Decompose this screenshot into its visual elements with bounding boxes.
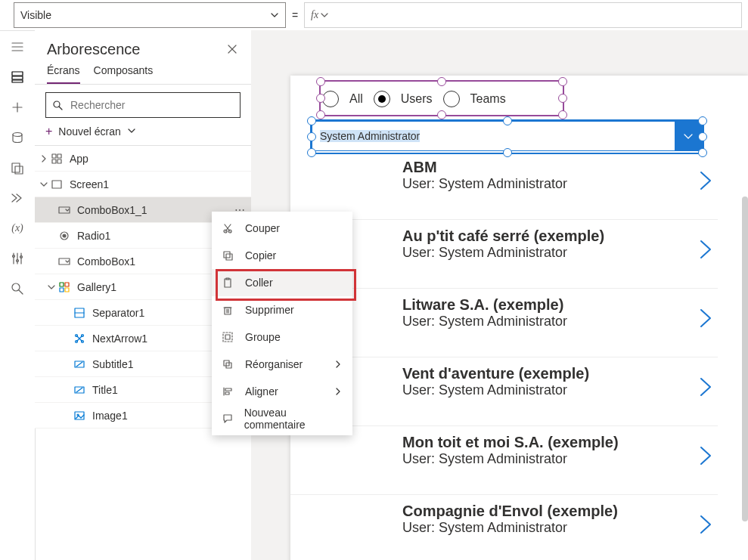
ctx-align[interactable]: Aligner [212, 378, 352, 405]
ctx-group[interactable]: Groupe [212, 323, 352, 351]
media-icon[interactable] [10, 160, 25, 175]
svg-line-52 [225, 224, 231, 231]
chevron-right-icon[interactable] [698, 444, 715, 469]
combobox-icon [57, 206, 71, 215]
ctx-reorder[interactable]: Réorganiser [212, 351, 352, 378]
svg-rect-23 [52, 154, 56, 158]
gallery-item-title: Vent d'aventure (exemple) [402, 365, 684, 382]
gallery[interactable]: ABM User: System Administrator Au p'tit … [290, 151, 718, 560]
svg-rect-27 [52, 181, 61, 188]
ctx-label: Réorganiser [245, 358, 303, 370]
chevron-down-icon [127, 125, 136, 138]
formula-input[interactable]: fx [304, 2, 742, 28]
svg-rect-5 [12, 80, 23, 82]
gallery-item[interactable]: Litware S.A. (exemple) User: System Admi… [290, 289, 718, 357]
tab-screens[interactable]: Écrans [47, 64, 80, 84]
tree-item-label: ComboBox1 [77, 255, 135, 268]
label-icon [73, 385, 86, 395]
gallery-item-title: Mon toit et moi S.A. (exemple) [402, 434, 684, 451]
chevron-right-icon [334, 385, 342, 398]
svg-rect-67 [225, 388, 231, 391]
chevron-right-icon[interactable] [698, 376, 715, 401]
context-menu: Couper Copier Coller Supprimer Groupe Ré… [212, 212, 352, 435]
svg-rect-24 [57, 154, 61, 158]
data-icon[interactable] [10, 130, 25, 145]
left-rail: (x) [0, 30, 36, 560]
tree-item-label: Title1 [92, 384, 118, 396]
gallery-item-title: ABM [402, 159, 684, 176]
cut-icon [222, 222, 234, 234]
reorder-icon [222, 358, 234, 370]
tree-search-input[interactable] [69, 98, 234, 112]
gallery-item[interactable]: ABM User: System Administrator [290, 151, 718, 220]
svg-rect-54 [224, 252, 230, 258]
screen-icon [50, 179, 64, 190]
radio-teams[interactable] [443, 91, 460, 107]
copy-icon [222, 249, 234, 261]
gallery-item-title: Au p'tit café serré (exemple) [402, 227, 684, 245]
label-icon [73, 359, 86, 370]
tree-item-label: App [70, 153, 88, 165]
ctx-paste[interactable]: Coller [212, 269, 352, 296]
chevron-right-icon[interactable] [698, 307, 715, 332]
chevron-right-icon[interactable] [38, 155, 50, 162]
combobox-toggle[interactable] [675, 122, 702, 150]
gallery-item-subtitle: User: System Administrator [402, 245, 684, 261]
new-screen-button[interactable]: + Nouvel écran [35, 118, 251, 146]
arrow-icon [73, 333, 86, 344]
property-dropdown[interactable]: Visible [14, 2, 286, 28]
svg-line-47 [76, 388, 82, 392]
formula-bar: Visible = fx [0, 0, 748, 31]
chevron-right-icon[interactable] [698, 513, 715, 538]
gallery-item[interactable]: Compagnie d'Envol (exemple) User: System… [290, 495, 718, 560]
close-icon[interactable] [227, 44, 239, 56]
settings-icon[interactable] [10, 251, 25, 266]
gallery-item[interactable]: Vent d'aventure (exemple) User: System A… [290, 357, 718, 426]
chevron-down-icon[interactable] [38, 181, 50, 188]
gallery-item[interactable]: Au p'tit café serré (exemple) User: Syst… [290, 220, 718, 289]
power-automate-icon[interactable] [10, 190, 25, 206]
svg-rect-55 [226, 254, 232, 260]
gallery-item[interactable]: Mon toit et moi S.A. (exemple) User: Sys… [290, 426, 718, 495]
tree-view-icon[interactable] [10, 70, 25, 85]
group-icon [222, 331, 234, 343]
ctx-copy[interactable]: Copier [212, 242, 352, 269]
radio-all[interactable] [322, 91, 339, 107]
ctx-delete[interactable]: Supprimer [212, 296, 352, 323]
tree-search[interactable] [45, 92, 241, 118]
combobox[interactable]: System Administrator [312, 121, 703, 151]
tree-screen1[interactable]: Screen1 [35, 172, 251, 197]
search-icon[interactable] [10, 281, 25, 296]
comment-icon [222, 413, 234, 425]
tree-app[interactable]: App [35, 146, 251, 172]
gallery-item-title: Compagnie d'Envol (exemple) [402, 503, 684, 520]
chevron-right-icon[interactable] [698, 238, 715, 263]
chevron-right-icon [334, 358, 342, 370]
chevron-down-icon [270, 10, 279, 22]
gallery-item-subtitle: User: System Administrator [402, 314, 684, 330]
svg-line-45 [76, 362, 82, 367]
svg-point-30 [63, 234, 66, 237]
ctx-label: Coller [245, 277, 273, 289]
ctx-cut[interactable]: Couper [212, 215, 352, 242]
scrollbar[interactable] [742, 196, 748, 521]
chevron-right-icon[interactable] [698, 169, 715, 194]
gallery-icon [57, 282, 71, 292]
svg-line-18 [19, 290, 23, 294]
svg-rect-62 [223, 333, 232, 342]
radio-users[interactable] [374, 91, 390, 107]
tree-item-label: Subtitle1 [92, 358, 133, 370]
radio-group[interactable]: All Users Teams [322, 85, 557, 113]
hamburger-icon[interactable] [10, 39, 25, 54]
tree-item-label: ComboBox1_1 [77, 204, 147, 216]
svg-rect-35 [65, 288, 69, 292]
equals-label: = [286, 9, 304, 21]
variables-icon[interactable]: (x) [10, 221, 25, 236]
chevron-down-icon[interactable] [45, 283, 57, 291]
radio-icon [57, 230, 71, 241]
ctx-comment[interactable]: Nouveau commentaire [212, 405, 352, 432]
insert-icon[interactable] [10, 100, 25, 115]
gallery-item-title: Litware S.A. (exemple) [402, 296, 684, 314]
tab-components[interactable]: Composants [94, 64, 154, 84]
gallery-item-subtitle: User: System Administrator [402, 520, 684, 536]
